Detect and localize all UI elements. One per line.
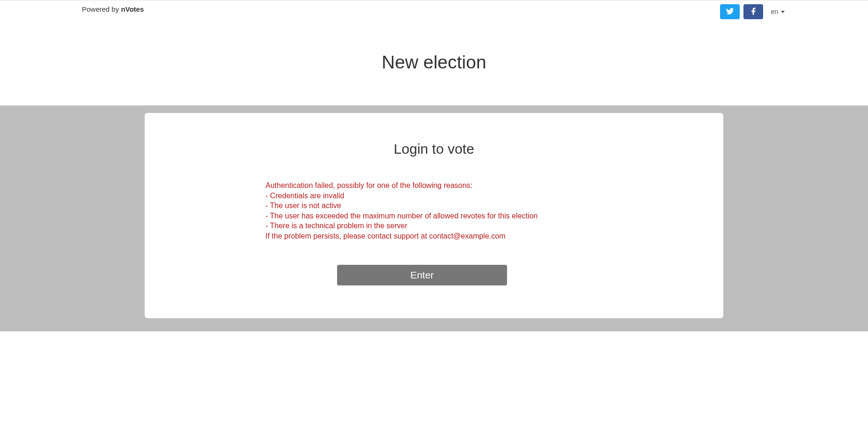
error-reason-2: - The user is not active [265, 201, 603, 211]
error-message: Authentication failed, possibly for one … [256, 180, 612, 241]
error-outro: If the problem persists, please contact … [265, 231, 603, 241]
language-selector[interactable]: en [767, 6, 788, 17]
error-reason-3: - The user has exceeded the maximum numb… [265, 211, 603, 221]
top-right-controls: en [720, 4, 868, 19]
chevron-down-icon [781, 11, 785, 13]
login-card: Login to vote Authentication failed, pos… [145, 113, 723, 318]
error-reason-4: - There is a technical problem in the se… [265, 221, 603, 231]
twitter-share-button[interactable] [720, 4, 740, 19]
brand-name: nVotes [121, 5, 144, 13]
error-reason-1: - Credentials are invalid [265, 191, 603, 201]
facebook-share-button[interactable] [743, 4, 763, 19]
page-title: New election [0, 52, 868, 73]
card-title: Login to vote [145, 141, 723, 157]
content-band: Login to vote Authentication failed, pos… [0, 105, 868, 331]
language-label: en [771, 8, 778, 15]
powered-by-text: Powered by nVotes [0, 4, 144, 13]
top-bar: Powered by nVotes en [0, 0, 868, 19]
enter-button[interactable]: Enter [337, 265, 507, 285]
error-intro: Authentication failed, possibly for one … [265, 180, 603, 191]
powered-prefix: Powered by [82, 5, 121, 13]
twitter-icon [726, 7, 734, 17]
facebook-icon [749, 7, 758, 17]
